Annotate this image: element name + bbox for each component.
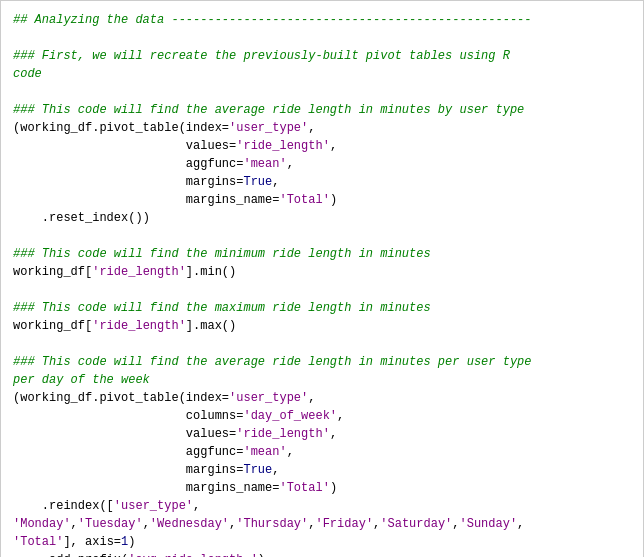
- code-line: values='ride_length',: [13, 137, 631, 155]
- code-part: ].max(): [186, 319, 236, 333]
- code-part: ,: [337, 409, 344, 423]
- code-line: 'Monday','Tuesday','Wednesday','Thursday…: [13, 515, 631, 533]
- code-part: columns=: [13, 409, 243, 423]
- section-comment: ### First, we will recreate the previous…: [13, 49, 510, 63]
- code-line: columns='day_of_week',: [13, 407, 631, 425]
- code-part: margins=: [13, 175, 243, 189]
- code-line: code: [13, 65, 631, 83]
- code-line: ### First, we will recreate the previous…: [13, 47, 631, 65]
- code-part: 'Total': [279, 193, 329, 207]
- code-line: per day of the week: [13, 371, 631, 389]
- code-part: .add_prefix(: [13, 553, 128, 557]
- code-part: margins_name=: [13, 193, 279, 207]
- code-part: 'day_of_week': [243, 409, 337, 423]
- code-line: [13, 335, 631, 353]
- code-part: ): [330, 481, 337, 495]
- section-comment: per day of the week: [13, 373, 150, 387]
- code-editor: ## Analyzing the data ------------------…: [0, 0, 644, 557]
- code-part: ].min(): [186, 265, 236, 279]
- code-part: (working_df.pivot_table(index=: [13, 391, 229, 405]
- code-part: ,: [193, 499, 200, 513]
- section-comment: ### This code will find the average ride…: [13, 355, 531, 369]
- code-part: 'ride_length': [92, 319, 186, 333]
- code-part: 'Total': [279, 481, 329, 495]
- code-line: margins_name='Total'): [13, 191, 631, 209]
- code-part: 'Total': [13, 535, 63, 549]
- code-line: (working_df.pivot_table(index='user_type…: [13, 389, 631, 407]
- code-part: ,: [517, 517, 524, 531]
- code-part: ,: [308, 121, 315, 135]
- code-part: (working_df.pivot_table(index=: [13, 121, 229, 135]
- code-part: .reindex([: [13, 499, 114, 513]
- code-line: margins=True,: [13, 461, 631, 479]
- code-part: ,: [71, 517, 78, 531]
- section-comment: code: [13, 67, 42, 81]
- code-part: 'mean': [243, 157, 286, 171]
- section-comment: ### This code will find the average ride…: [13, 103, 524, 117]
- code-part: values=: [13, 427, 236, 441]
- code-part: 'Tuesday': [78, 517, 143, 531]
- code-part: ], axis=: [63, 535, 121, 549]
- code-part: ,: [287, 157, 294, 171]
- comment-text: ## Analyzing the data: [13, 13, 171, 27]
- code-line: .reindex(['user_type',: [13, 497, 631, 515]
- code-line: ### This code will find the average ride…: [13, 101, 631, 119]
- code-part: ,: [330, 427, 337, 441]
- code-part: True: [243, 175, 272, 189]
- code-line: working_df['ride_length'].min(): [13, 263, 631, 281]
- code-part: 'Wednesday': [150, 517, 229, 531]
- code-line: margins_name='Total'): [13, 479, 631, 497]
- code-line: ## Analyzing the data ------------------…: [13, 11, 631, 29]
- code-line: .add_prefix('avg_ride_length_'): [13, 551, 631, 557]
- code-line: working_df['ride_length'].max(): [13, 317, 631, 335]
- code-part: aggfunc=: [13, 445, 243, 459]
- code-part: ,: [452, 517, 459, 531]
- code-part: 'Monday': [13, 517, 71, 531]
- code-part: .reset_index()): [13, 211, 150, 225]
- code-part: ): [258, 553, 265, 557]
- code-part: ): [330, 193, 337, 207]
- code-part: 'Thursday': [236, 517, 308, 531]
- code-part: ,: [308, 391, 315, 405]
- code-part: 'Sunday': [460, 517, 518, 531]
- code-line: ### This code will find the average ride…: [13, 353, 631, 371]
- code-part: ,: [143, 517, 150, 531]
- code-part: 'avg_ride_length_': [128, 553, 258, 557]
- code-part: ,: [330, 139, 337, 153]
- code-line: ### This code will find the maximum ride…: [13, 299, 631, 317]
- code-part: 'user_type': [114, 499, 193, 513]
- code-part: working_df[: [13, 319, 92, 333]
- section-comment: ### This code will find the minimum ride…: [13, 247, 431, 261]
- code-part: 'Friday': [315, 517, 373, 531]
- code-line: [13, 227, 631, 245]
- code-part: margins_name=: [13, 481, 279, 495]
- code-line: [13, 29, 631, 47]
- code-line: values='ride_length',: [13, 425, 631, 443]
- code-line: aggfunc='mean',: [13, 443, 631, 461]
- section-comment: ### This code will find the maximum ride…: [13, 301, 431, 315]
- code-line: ### This code will find the minimum ride…: [13, 245, 631, 263]
- code-line: (working_df.pivot_table(index='user_type…: [13, 119, 631, 137]
- code-line: .reset_index()): [13, 209, 631, 227]
- code-part: ): [128, 535, 135, 549]
- code-part: working_df[: [13, 265, 92, 279]
- code-part: 'Saturday': [380, 517, 452, 531]
- code-line: 'Total'], axis=1): [13, 533, 631, 551]
- code-content: ## Analyzing the data ------------------…: [13, 11, 631, 557]
- code-part: ,: [272, 463, 279, 477]
- code-part: 'ride_length': [236, 139, 330, 153]
- code-part: 'mean': [243, 445, 286, 459]
- code-line: [13, 83, 631, 101]
- code-part: 'user_type': [229, 121, 308, 135]
- code-line: margins=True,: [13, 173, 631, 191]
- code-line: [13, 281, 631, 299]
- code-part: 'user_type': [229, 391, 308, 405]
- code-part: values=: [13, 139, 236, 153]
- code-part: ,: [287, 445, 294, 459]
- code-part: 'ride_length': [236, 427, 330, 441]
- code-part: margins=: [13, 463, 243, 477]
- code-part: ,: [272, 175, 279, 189]
- code-line: aggfunc='mean',: [13, 155, 631, 173]
- code-part: 'ride_length': [92, 265, 186, 279]
- code-part: aggfunc=: [13, 157, 243, 171]
